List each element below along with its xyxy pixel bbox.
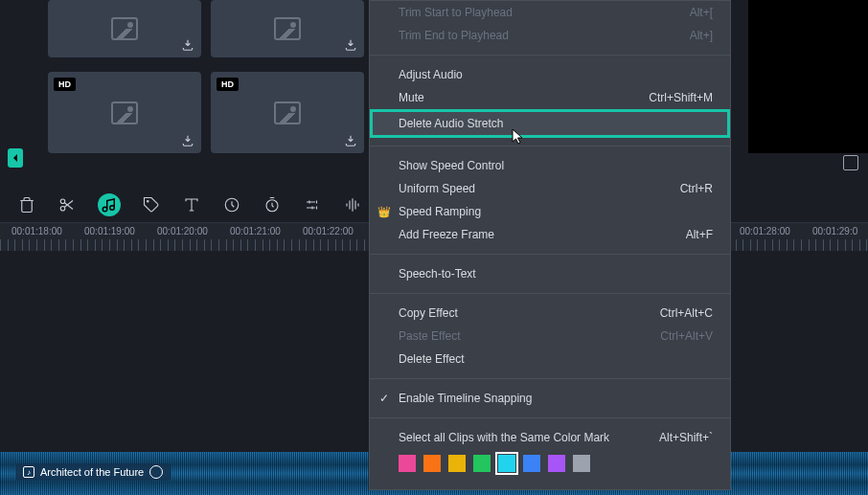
color-swatch-orange[interactable]: [423, 455, 441, 472]
color-swatch-yellow[interactable]: [448, 455, 466, 472]
menu-item-select-color-clips[interactable]: Select all Clips with the Same Color Mar…: [370, 426, 730, 449]
mouse-cursor-icon: [512, 128, 525, 146]
download-icon[interactable]: [343, 37, 358, 53]
audio-clip-label: ♪ Architect of the Future: [15, 463, 171, 481]
download-icon[interactable]: [343, 133, 358, 148]
menu-item-delete-audio-stretch[interactable]: Delete Audio Stretch: [370, 109, 730, 138]
settings-button[interactable]: [303, 195, 322, 214]
media-thumbnail[interactable]: [48, 0, 201, 57]
svg-point-0: [60, 199, 65, 204]
snapshot-button[interactable]: [843, 155, 858, 170]
svg-point-2: [148, 201, 149, 203]
menu-separator: [370, 55, 730, 56]
delete-button[interactable]: [17, 195, 36, 214]
media-browser-panel: HD HD: [38, 0, 374, 158]
media-thumbnail[interactable]: HD: [211, 72, 364, 153]
menu-item-adjust-audio[interactable]: Adjust Audio: [370, 63, 730, 86]
timecode-label: 00:01:22:00: [303, 226, 376, 236]
checkmark-icon: ✓: [379, 392, 389, 405]
marker-button[interactable]: [142, 195, 161, 214]
menu-item-paste-effect[interactable]: Paste Effect Ctrl+Alt+V: [370, 325, 730, 348]
audio-stretch-button[interactable]: [98, 193, 121, 216]
hd-badge: HD: [217, 78, 239, 91]
color-swatch-blue[interactable]: [523, 455, 540, 472]
color-swatch-purple[interactable]: [548, 455, 565, 472]
menu-separator: [370, 293, 730, 294]
download-icon[interactable]: [180, 37, 195, 53]
audio-mixer-button[interactable]: [343, 195, 362, 214]
image-placeholder-icon: [274, 17, 301, 40]
audio-clip-title: Architect of the Future: [40, 466, 144, 478]
menu-item-add-freeze-frame[interactable]: Add Freeze Frame Alt+F: [370, 223, 730, 246]
text-button[interactable]: [182, 195, 201, 214]
hd-badge: HD: [54, 78, 76, 91]
menu-item-speech-to-text[interactable]: Speech-to-Text: [370, 262, 730, 285]
split-button[interactable]: [57, 195, 77, 214]
media-thumbnail[interactable]: [211, 0, 364, 57]
timecode-label: 00:01:19:00: [84, 226, 157, 236]
image-placeholder-icon: [111, 101, 138, 124]
color-swatch-green[interactable]: [473, 455, 491, 472]
timecode-label: 00:01:20:00: [157, 226, 230, 236]
menu-separator: [370, 254, 730, 255]
image-placeholder-icon: [274, 101, 301, 124]
menu-item-trim-end[interactable]: Trim End to Playhead Alt+]: [370, 24, 730, 47]
menu-separator: [370, 378, 730, 379]
preview-controls: [843, 155, 858, 170]
menu-separator: [370, 146, 730, 146]
menu-item-enable-snapping[interactable]: ✓ Enable Timeline Snapping: [370, 387, 730, 410]
image-placeholder-icon: [111, 17, 138, 40]
menu-item-mute[interactable]: Mute Ctrl+Shift+M: [370, 86, 730, 109]
timeline-toolbar: [17, 193, 362, 216]
menu-item-uniform-speed[interactable]: Uniform Speed Ctrl+R: [370, 177, 730, 200]
timecode-label: 00:01:21:00: [230, 226, 303, 236]
menu-item-trim-start[interactable]: Trim Start to Playhead Alt+[: [370, 1, 730, 24]
context-menu: Trim Start to Playhead Alt+[ Trim End to…: [369, 0, 731, 490]
timecode-label: 00:01:29:0: [812, 226, 868, 236]
speed-button[interactable]: [222, 195, 241, 214]
color-swatch-row: [370, 449, 730, 474]
download-icon[interactable]: [180, 133, 195, 148]
menu-item-copy-effect[interactable]: Copy Effect Ctrl+Alt+C: [370, 302, 730, 325]
timecode-label: 00:01:28:00: [740, 226, 812, 236]
svg-point-1: [60, 207, 65, 212]
preview-monitor: [748, 0, 868, 153]
audio-effect-indicator-icon: [149, 465, 163, 479]
music-note-icon: ♪: [23, 466, 34, 478]
color-swatch-pink[interactable]: [399, 455, 416, 472]
menu-item-delete-effect[interactable]: Delete Effect: [370, 348, 730, 371]
collapse-panel-button[interactable]: [8, 148, 23, 168]
color-swatch-gray[interactable]: [573, 455, 590, 472]
menu-item-speed-ramping[interactable]: 👑 Speed Ramping: [370, 200, 730, 223]
menu-separator: [370, 417, 730, 418]
color-swatch-cyan[interactable]: [498, 455, 515, 472]
media-thumbnail[interactable]: HD: [48, 72, 201, 153]
timecode-label: 00:01:18:00: [11, 226, 84, 236]
duration-button[interactable]: [263, 195, 282, 214]
premium-crown-icon: 👑: [377, 206, 391, 218]
menu-item-show-speed-control[interactable]: Show Speed Control: [370, 154, 730, 177]
